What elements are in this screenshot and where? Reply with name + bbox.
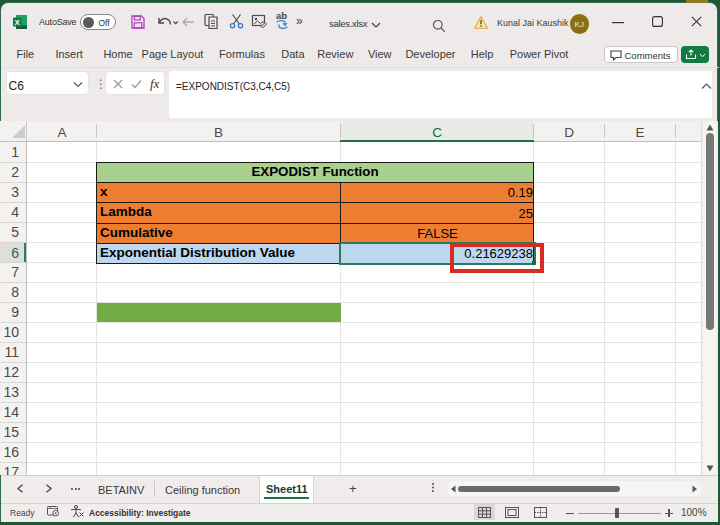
- svg-text:X: X: [15, 17, 21, 26]
